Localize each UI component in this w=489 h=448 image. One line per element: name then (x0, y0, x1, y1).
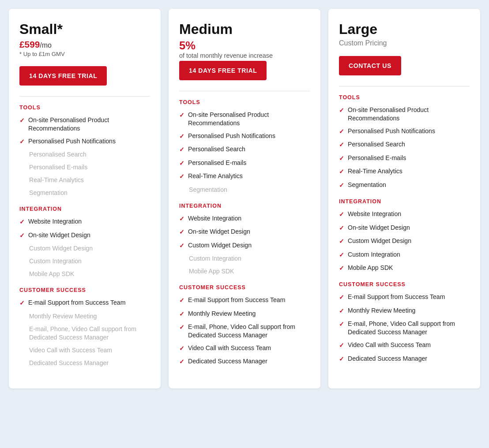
feature-text: Video Call with Success Team (348, 341, 470, 349)
check-icon: ✓ (339, 127, 344, 136)
check-icon: ✓ (179, 310, 184, 318)
feature-item: ✓E-mail, Phone, Video Call support from … (179, 323, 310, 340)
cta-button-large[interactable]: CONTACT US (339, 56, 401, 75)
feature-text: Website Integration (28, 217, 150, 226)
feature-list-medium-1: ✓Website Integration✓On-site Widget Desi… (179, 214, 310, 276)
feature-text: Personalised E-mails (348, 154, 470, 162)
feature-item: ✓On-site Personalised Product Recommenda… (339, 106, 470, 123)
feature-item: Mobile App SDK (179, 267, 310, 276)
feature-list-large-0: ✓On-site Personalised Product Recommenda… (339, 106, 470, 190)
check-icon: ✓ (339, 154, 344, 163)
feature-text: Real-Time Analytics (188, 172, 310, 180)
feature-item: Mobile App SDK (19, 270, 150, 278)
feature-text: Custom Widget Design (29, 244, 150, 253)
check-icon: ✓ (179, 172, 184, 181)
plan-note-small: * Up to £1m GMV (19, 51, 150, 57)
feature-item: Monthly Review Meeting (19, 312, 150, 321)
feature-item: Real-Time Analytics (19, 176, 150, 184)
section-label-small-2: CUSTOMER SUCCESS (19, 287, 150, 293)
feature-text: Custom Widget Design (188, 241, 310, 250)
check-icon: ✓ (339, 224, 344, 232)
feature-text: On-site Personalised Product Recommendat… (348, 106, 470, 123)
section-label-large-0: TOOLS (339, 94, 470, 101)
plan-custom-pricing-large: Custom Pricing (339, 39, 470, 47)
feature-text: Segmentation (348, 181, 470, 189)
feature-item: Dedicated Success Manager (19, 359, 150, 367)
feature-item: ✓On-site Personalised Product Recommenda… (179, 111, 310, 127)
feature-text: Personalised Push Notifications (188, 132, 310, 140)
feature-text: Monthly Review Meeting (188, 310, 310, 318)
feature-item: Custom Integration (179, 254, 310, 263)
check-icon: ✓ (339, 237, 344, 246)
feature-item: Personalised Search (19, 150, 150, 159)
plan-price-medium: 5% (179, 39, 310, 52)
feature-item: ✓Monthly Review Meeting (179, 310, 310, 318)
check-icon: ✓ (179, 132, 184, 141)
check-icon: ✓ (19, 218, 25, 226)
feature-item: ✓Personalised E-mails (339, 154, 470, 163)
feature-item: ✓On-site Widget Design (19, 231, 150, 240)
check-icon: ✓ (179, 215, 184, 223)
feature-item: ✓Segmentation (339, 181, 470, 190)
feature-text: E-mail Support from Success Team (188, 296, 310, 304)
cta-button-medium[interactable]: 14 DAYS FREE TRIAL (179, 61, 267, 80)
feature-item: Custom Integration (19, 257, 150, 265)
feature-text: Dedicated Success Manager (29, 359, 150, 367)
feature-text: Custom Integration (29, 257, 150, 265)
feature-list-large-2: ✓E-mail Support from Success Team✓Monthl… (339, 293, 470, 363)
feature-text: Personalised Search (348, 140, 470, 149)
feature-item: ✓Personalised Push Notifications (339, 127, 470, 136)
feature-item: ✓Monthly Review Meeting (339, 306, 470, 315)
feature-item: ✓E-mail Support from Success Team (19, 299, 150, 307)
section-label-medium-2: CUSTOMER SUCCESS (179, 284, 310, 291)
feature-text: Segmentation (29, 189, 150, 197)
feature-text: E-mail, Phone, Video Call support from D… (348, 320, 470, 336)
check-icon: ✓ (339, 320, 344, 329)
check-icon: ✓ (179, 323, 184, 332)
feature-text: E-mail, Phone, Video Call support from D… (29, 325, 150, 342)
feature-item: Personalised E-mails (19, 163, 150, 172)
divider-small (19, 96, 150, 97)
feature-item: Segmentation (19, 189, 150, 197)
feature-list-medium-0: ✓On-site Personalised Product Recommenda… (179, 111, 310, 194)
check-icon: ✓ (19, 231, 25, 240)
check-icon: ✓ (179, 358, 184, 366)
feature-item: ✓E-mail, Phone, Video Call support from … (339, 320, 470, 336)
section-label-medium-1: INTEGRATION (179, 203, 310, 209)
feature-item: ✓Dedicated Success Manager (339, 355, 470, 363)
feature-item: ✓Real-Time Analytics (179, 172, 310, 181)
feature-item: Segmentation (179, 186, 310, 194)
cta-button-small[interactable]: 14 DAYS FREE TRIAL (19, 66, 107, 86)
feature-item: ✓Video Call with Success Team (179, 344, 310, 353)
feature-text: Personalised E-mails (188, 159, 310, 167)
check-icon: ✓ (339, 341, 344, 350)
feature-item: ✓E-mail Support from Success Team (339, 293, 470, 302)
feature-item: E-mail, Phone, Video Call support from D… (19, 325, 150, 342)
plan-name-large: Large (339, 21, 470, 37)
check-icon: ✓ (339, 168, 344, 176)
divider-medium (179, 91, 310, 91)
feature-list-small-0: ✓On-site Personalised Product Recommenda… (19, 116, 150, 197)
feature-text: E-mail Support from Success Team (28, 299, 150, 307)
check-icon: ✓ (339, 141, 344, 149)
feature-text: Mobile App SDK (29, 270, 150, 278)
feature-text: Personalised Search (188, 145, 310, 153)
feature-item: ✓On-site Widget Design (179, 228, 310, 236)
feature-item: ✓Dedicated Success Manager (179, 357, 310, 366)
plan-price-small: £599/mo (19, 39, 150, 50)
feature-item: ✓E-mail Support from Success Team (179, 296, 310, 305)
feature-text: Custom Widget Design (348, 237, 470, 245)
plan-name-small: Small* (19, 21, 150, 37)
feature-item: ✓Custom Widget Design (179, 241, 310, 250)
feature-item: ✓Website Integration (179, 214, 310, 223)
check-icon: ✓ (179, 146, 184, 154)
check-icon: ✓ (19, 116, 25, 125)
feature-text: Website Integration (188, 214, 310, 223)
feature-item: ✓On-site Widget Design (339, 224, 470, 232)
feature-text: Website Integration (348, 210, 470, 218)
feature-item: ✓Personalised Search (179, 145, 310, 154)
feature-list-small-1: ✓Website Integration✓On-site Widget Desi… (19, 217, 150, 278)
feature-item: ✓On-site Personalised Product Recommenda… (19, 116, 150, 133)
check-icon: ✓ (19, 138, 25, 146)
feature-list-large-1: ✓Website Integration✓On-site Widget Desi… (339, 210, 470, 273)
